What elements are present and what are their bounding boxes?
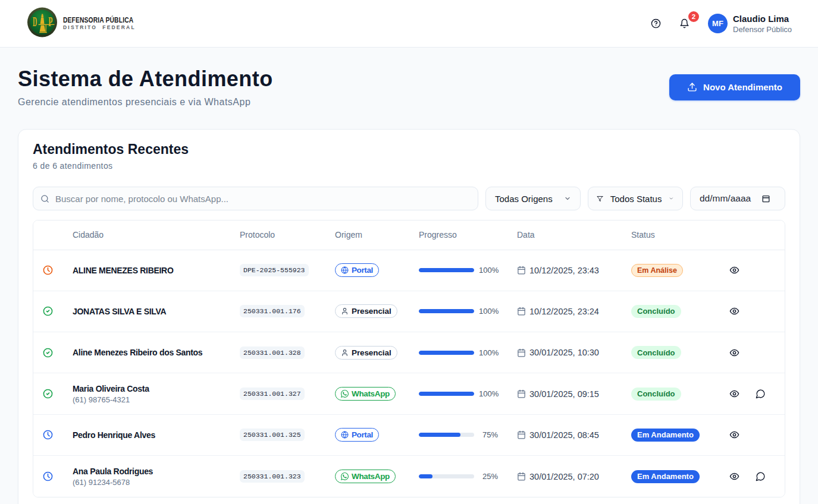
- svg-text:P: P: [48, 14, 52, 29]
- svg-text:D: D: [33, 14, 37, 29]
